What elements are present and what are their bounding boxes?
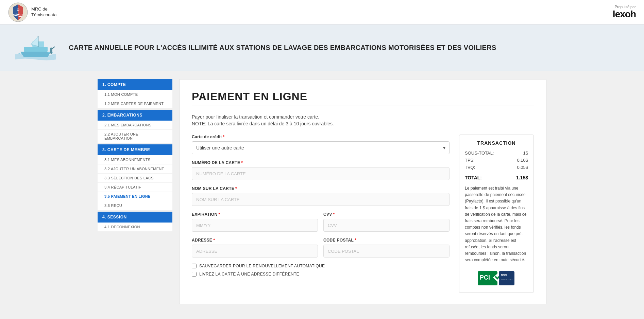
tps-row: TPS: 0.10$: [465, 158, 528, 163]
sous-total-value: 1$: [523, 150, 528, 156]
required-star-card-number: *: [241, 160, 243, 165]
page-title: PAIEMENT EN LIGNE: [192, 90, 534, 103]
tvq-row: TVQ: 0.05$: [465, 165, 528, 170]
card-number-label: NUMÉRO DE LA CARTE *: [192, 160, 450, 165]
checkbox-deliver-group: LIVREZ LA CARTE À UNE ADRESSE DIFFÉRENTE: [192, 272, 450, 277]
pci-badge: PCI DSS COMPLIANT: [465, 269, 528, 287]
sidebar-heading-carte-membre[interactable]: 3. CARTE DE MEMBRE: [98, 144, 172, 155]
banner: CARTE ANNUELLE POUR L'ACCÈS ILLIMITÉ AUX…: [0, 24, 644, 71]
header: MRC de Témiscouata Propulsé par lexoh: [0, 0, 644, 24]
sidebar-section-session: 4. SESSION 4.1 DÉCONNEXION: [98, 212, 172, 232]
address-label: ADRESSE *: [192, 238, 318, 243]
required-star-expiration: *: [218, 212, 220, 217]
total-row: TOTAL: 1.15$: [465, 172, 528, 180]
sous-total-label: SOUS-TOTAL:: [465, 150, 494, 156]
required-star-address: *: [213, 238, 215, 243]
sidebar-item-mes-embarcations[interactable]: 2.1 MES EMBARCATIONS: [98, 121, 172, 130]
card-name-label: NOM SUR LA CARTE *: [192, 186, 450, 191]
expiration-input[interactable]: [192, 219, 318, 232]
sidebar-heading-embarcations[interactable]: 2. EMBARCATIONS: [98, 110, 172, 121]
sidebar-section-carte-membre: 3. CARTE DE MEMBRE 3.1 MES ABONNEMENTS 3…: [98, 144, 172, 210]
boat-icon: [14, 34, 58, 61]
sidebar-item-ajouter-embarcation[interactable]: 2.2 AJOUTER UNE EMBARCATION: [98, 130, 172, 143]
sidebar-item-mes-abonnements[interactable]: 3.1 MES ABONNEMENTS: [98, 155, 172, 164]
sidebar-item-mon-compte[interactable]: 1.1 MON COMPTE: [98, 90, 172, 99]
payment-form: Carte de crédit * Utiliser une autre car…: [192, 135, 450, 293]
sidebar-item-deconnexion[interactable]: 4.1 DÉCONNEXION: [98, 223, 172, 232]
tps-label: TPS:: [465, 158, 475, 163]
cvv-input[interactable]: [323, 219, 450, 232]
sidebar-item-mes-cartes[interactable]: 1.2 MES CARTES DE PAIEMENT: [98, 99, 172, 108]
sidebar: 1. COMPTE 1.1 MON COMPTE 1.2 MES CARTES …: [98, 79, 172, 304]
checkbox-save-group: SAUVEGARDER POUR LE RENOUVELLEMENT AUTOM…: [192, 264, 450, 268]
checkbox-save[interactable]: [192, 264, 197, 268]
checkbox-deliver-label[interactable]: LIVREZ LA CARTE À UNE ADRESSE DIFFÉRENTE: [199, 272, 299, 277]
title-divider: [192, 106, 534, 106]
sous-total-row: SOUS-TOTAL: 1$: [465, 150, 528, 156]
postal-code-field-group: CODE POSTAL *: [323, 238, 450, 258]
sidebar-item-ajouter-abonnement[interactable]: 3.2 AJOUTER UN ABONNEMENT: [98, 164, 172, 174]
page-note: NOTE: La carte sera livrée dans un délai…: [192, 121, 534, 126]
logo-icon: [8, 2, 28, 22]
checkbox-deliver[interactable]: [192, 272, 197, 277]
tvq-value: 0.05$: [517, 165, 528, 170]
required-star-cvv: *: [333, 212, 335, 217]
transaction-info-column: TRANSACTION SOUS-TOTAL: 1$ TPS: 0.10$ TV…: [459, 135, 534, 293]
banner-title: CARTE ANNUELLE POUR L'ACCÈS ILLIMITÉ AUX…: [69, 43, 496, 52]
transaction-description: Le paiement est traité via une passerell…: [465, 185, 528, 263]
sidebar-heading-compte[interactable]: 1. COMPTE: [98, 79, 172, 90]
pci-dss-icon: PCI DSS COMPLIANT: [478, 269, 515, 287]
main-layout: 1. COMPTE 1.1 MON COMPTE 1.2 MES CARTES …: [84, 71, 560, 312]
address-field-group: ADRESSE *: [192, 238, 318, 258]
tvq-label: TVQ:: [465, 165, 475, 170]
sidebar-heading-session[interactable]: 4. SESSION: [98, 212, 172, 223]
required-star-postal-code: *: [355, 238, 356, 243]
total-label: TOTAL:: [465, 175, 482, 180]
svg-text:COMPLIANT: COMPLIANT: [499, 279, 513, 281]
credit-card-select[interactable]: Utiliser une autre carte: [192, 141, 450, 154]
expiration-label: EXPIRATION *: [192, 212, 318, 217]
page-description: Payer pour finaliser la transaction et c…: [192, 114, 534, 120]
sidebar-item-selection-lacs[interactable]: 3.3 SÉLECTION DES LACS: [98, 174, 172, 183]
sidebar-section-embarcations: 2. EMBARCATIONS 2.1 MES EMBARCATIONS 2.2…: [98, 110, 172, 143]
poweredby-label: Propulsé par: [613, 5, 636, 9]
cvv-field-group: CVV *: [323, 212, 450, 232]
sidebar-section-compte: 1. COMPTE 1.1 MON COMPTE 1.2 MES CARTES …: [98, 79, 172, 108]
checkbox-save-label[interactable]: SAUVEGARDER POUR LE RENOUVELLEMENT AUTOM…: [199, 264, 325, 268]
sidebar-item-paiement-ligne[interactable]: 3.5 PAIEMENT EN LIGNE: [98, 192, 172, 201]
content-area: PAIEMENT EN LIGNE Payer pour finaliser l…: [179, 79, 546, 304]
card-number-input[interactable]: [192, 167, 450, 180]
sidebar-item-recu[interactable]: 3.6 REÇU: [98, 201, 172, 210]
required-star-credit-card: *: [223, 135, 225, 139]
powered-by-area: Propulsé par lexoh: [613, 5, 636, 20]
svg-text:PCI: PCI: [480, 274, 490, 281]
logo-area: MRC de Témiscouata: [8, 2, 56, 22]
expiration-field-group: EXPIRATION *: [192, 212, 318, 232]
logo-text: MRC de Témiscouata: [31, 6, 56, 18]
two-column-layout: Carte de crédit * Utiliser une autre car…: [192, 135, 534, 293]
cvv-label: CVV *: [323, 212, 450, 217]
card-number-field-group: NUMÉRO DE LA CARTE *: [192, 160, 450, 180]
card-name-field-group: NOM SUR LA CARTE *: [192, 186, 450, 206]
exp-cvv-row: EXPIRATION * CVV *: [192, 212, 450, 238]
address-input[interactable]: [192, 245, 318, 258]
required-star-card-name: *: [235, 186, 237, 191]
credit-card-select-wrapper: Utiliser une autre carte ▾: [192, 141, 450, 154]
sidebar-item-recapitulatif[interactable]: 3.4 RÉCAPITULATIF: [98, 183, 172, 192]
transaction-title: TRANSACTION: [465, 140, 528, 146]
credit-card-field-group: Carte de crédit * Utiliser une autre car…: [192, 135, 450, 154]
svg-text:DSS: DSS: [501, 273, 507, 277]
poweredby-brand: lexoh: [613, 9, 636, 20]
credit-card-label: Carte de crédit *: [192, 135, 450, 139]
svg-rect-3: [24, 47, 48, 52]
card-name-input[interactable]: [192, 193, 450, 206]
address-postal-row: ADRESSE * CODE POSTAL *: [192, 238, 450, 264]
tps-value: 0.10$: [517, 158, 528, 163]
postal-code-input[interactable]: [323, 245, 450, 258]
transaction-box: TRANSACTION SOUS-TOTAL: 1$ TPS: 0.10$ TV…: [459, 135, 534, 293]
postal-code-label: CODE POSTAL *: [323, 238, 450, 243]
total-value: 1.15$: [516, 175, 528, 180]
